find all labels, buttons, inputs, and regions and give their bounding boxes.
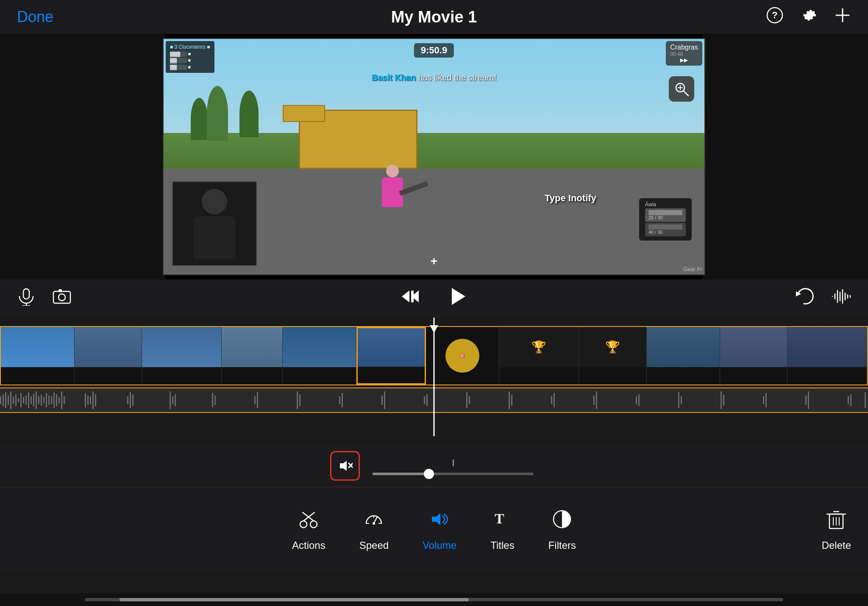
bottom-scrollbar[interactable] [0,593,868,606]
help-button[interactable]: ? [766,7,783,28]
play-button[interactable] [446,285,468,312]
camera-button[interactable] [53,287,71,310]
svg-rect-58 [95,394,96,406]
svg-rect-76 [426,394,428,406]
svg-rect-79 [509,391,510,409]
playhead[interactable] [434,318,435,436]
transport-right-controls [793,286,851,311]
zoom-button[interactable] [669,76,694,102]
svg-line-5 [683,91,688,96]
timeline-clip[interactable] [1,327,75,385]
scissors-icon [298,508,320,535]
svg-rect-83 [593,396,595,405]
volume-tool-button[interactable]: Volume [423,508,456,551]
svg-rect-43 [38,396,39,404]
svg-rect-11 [53,291,70,303]
svg-rect-29 [3,394,4,406]
delete-button[interactable]: Delete [822,508,851,551]
timeline-clip[interactable]: 🏆 [499,327,579,385]
mic-button[interactable] [17,287,36,310]
svg-rect-65 [212,393,213,407]
game-watermark: Gear Fr [683,266,702,272]
trash-icon [825,508,847,535]
add-button[interactable] [834,7,851,28]
svg-rect-80 [511,395,512,406]
timeline-clip-active[interactable] [356,327,426,385]
transport-bar [0,279,868,318]
svg-rect-13 [58,289,62,292]
undo-button[interactable] [793,286,814,311]
timeline-clip[interactable] [787,327,867,385]
timeline-clip[interactable]: 🎯 [426,327,500,385]
video-frame: ■ 3 Clucvntenrs ■ ▓▓▓░░ ■ ▓▓░░░ ■ ▓▓░░░ … [163,38,705,275]
svg-rect-64 [175,394,176,406]
svg-rect-89 [721,391,722,409]
svg-rect-92 [765,393,767,407]
volume-slider-fill [373,473,429,475]
speed-tool-button[interactable]: Speed [359,508,389,551]
mute-button[interactable] [330,451,360,481]
svg-rect-38 [25,396,27,405]
timeline-clip[interactable] [142,327,222,385]
volume-label: Volume [423,540,456,551]
svg-rect-51 [58,397,60,404]
svg-text:T: T [495,511,504,526]
filters-icon [551,508,573,535]
svg-rect-87 [678,392,679,408]
svg-rect-67 [254,396,256,404]
timeline-clip[interactable]: 🏆 [579,327,646,385]
svg-rect-57 [92,391,94,409]
svg-rect-37 [23,397,24,404]
svg-rect-70 [299,394,300,406]
actions-tool-button[interactable]: Actions [292,508,326,551]
svg-marker-17 [452,288,465,305]
svg-rect-40 [31,396,32,404]
filters-tool-button[interactable]: Filters [548,508,576,551]
waveform-button[interactable] [831,286,851,311]
svg-rect-93 [805,396,807,405]
scrollbar-thumb[interactable] [120,598,469,601]
svg-rect-97 [865,392,866,408]
svg-rect-45 [43,397,45,404]
svg-rect-66 [214,396,216,405]
svg-text:?: ? [772,10,777,20]
preview-left-bg [0,34,165,279]
done-button[interactable]: Done [17,8,53,26]
svg-rect-91 [763,396,764,404]
timeline-clip[interactable] [647,327,721,385]
svg-rect-28 [0,396,1,404]
svg-rect-32 [10,391,11,409]
transport-center-controls [400,285,468,312]
svg-rect-54 [85,393,86,407]
svg-rect-35 [18,398,19,402]
type-inotify-label: Type Inotify [545,193,596,204]
titles-icon: T [491,508,513,535]
svg-rect-30 [5,392,6,408]
svg-rect-75 [424,396,425,404]
speaker-icon [428,508,451,535]
timeline-clip[interactable] [222,327,283,385]
svg-rect-8 [23,289,29,299]
svg-rect-33 [13,396,14,404]
preview-right-bg [703,34,868,279]
svg-rect-74 [384,391,385,409]
volume-slider-thumb[interactable] [424,469,434,479]
svg-rect-71 [339,396,340,404]
header: Done My Movie 1 ? [0,0,868,34]
svg-point-101 [300,521,307,528]
settings-button[interactable] [800,7,817,28]
volume-slider[interactable] [373,473,534,475]
playhead-indicator [430,325,438,333]
preview-area: ■ 3 Clucvntenrs ■ ▓▓▓░░ ■ ▓▓░░░ ■ ▓▓░░░ … [0,34,868,279]
svg-rect-81 [551,396,552,404]
timeline-clip[interactable] [75,327,142,385]
game-top-right: Crabgras 00:48 ▶▶ [666,41,702,66]
svg-rect-85 [636,396,637,404]
timeline-clip[interactable] [283,327,356,385]
skip-back-button[interactable] [400,286,420,311]
timeline-clip[interactable] [720,327,787,385]
speed-label: Speed [359,540,389,551]
titles-tool-button[interactable]: T Titles [490,508,514,551]
header-left: Done [17,8,53,26]
svg-rect-59 [127,396,128,404]
